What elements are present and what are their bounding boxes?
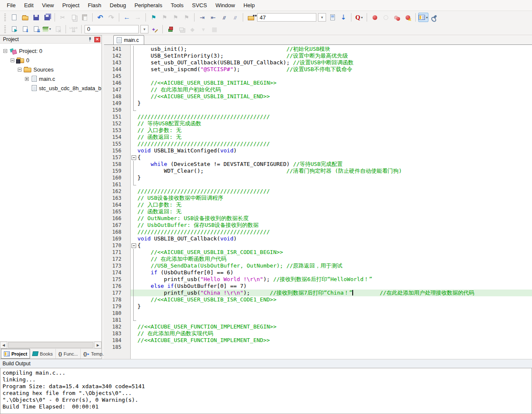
tree-item-stc-usb-cdc-8h-xdata-bl[interactable]: stc_usb_cdc_8h_xdata_bl bbox=[2, 83, 101, 93]
menu-tools[interactable]: Tools bbox=[167, 0, 188, 10]
search-combobox[interactable] bbox=[257, 13, 316, 22]
menu-window[interactable]: Window bbox=[211, 0, 239, 10]
code-line[interactable]: 142 USB_SetIntPriority(3); //设置中断为最高优先级 bbox=[104, 52, 532, 59]
bookmark-toggle-icon[interactable] bbox=[148, 13, 159, 22]
filter-windows-icon[interactable] bbox=[198, 25, 208, 34]
search-input[interactable] bbox=[258, 14, 316, 21]
code-line[interactable]: 148 //<<AICUBE_USER_USBLIB_INITIAL_END>> bbox=[104, 93, 532, 100]
fold-collapse-icon[interactable] bbox=[131, 154, 137, 161]
build-output-console[interactable]: compiling main.c...linking...Program Siz… bbox=[0, 368, 532, 414]
menu-edit[interactable]: Edit bbox=[20, 0, 38, 10]
menu-project[interactable]: Project bbox=[58, 0, 83, 10]
project-panel-hscrollbar[interactable]: ◀ ▶ bbox=[0, 341, 101, 348]
uncomment-selection-icon[interactable] bbox=[230, 13, 240, 22]
build-target-icon[interactable] bbox=[20, 25, 30, 34]
pack-installer-icon[interactable] bbox=[187, 25, 197, 34]
configure-icon[interactable] bbox=[429, 13, 439, 22]
paste-icon[interactable] bbox=[80, 13, 90, 22]
menu-help[interactable]: Help bbox=[239, 0, 259, 10]
code-line[interactable]: 149} bbox=[104, 100, 532, 107]
target-dropdown-icon[interactable]: ▾ bbox=[140, 25, 148, 33]
options-for-target-icon[interactable] bbox=[150, 25, 160, 34]
code-line[interactable]: 154// 函数返回: 无 bbox=[104, 134, 532, 141]
cut-icon[interactable] bbox=[58, 13, 68, 22]
project-windows-icon[interactable] bbox=[176, 25, 186, 34]
fold-collapse-icon[interactable] bbox=[131, 242, 137, 249]
code-line[interactable]: 163// USB设备接收数据中断回调程序 bbox=[104, 195, 532, 201]
open-file-icon[interactable] bbox=[20, 13, 30, 22]
code-line[interactable]: 156void USBLIB_WaitConfiged(void) bbox=[104, 147, 532, 154]
menu-file[interactable]: File bbox=[3, 0, 20, 10]
code-line[interactable]: 146 //<<AICUBE_USER_USBLIB_INITIAL_BEGIN… bbox=[104, 80, 532, 86]
code-line[interactable]: 177 printf_usb("China !\r\n"); //接收到数据7后… bbox=[104, 290, 532, 296]
navigate-back-icon[interactable] bbox=[122, 13, 132, 22]
toolbar-grip[interactable] bbox=[4, 25, 6, 33]
code-line[interactable]: 164// 入口参数: 无 bbox=[104, 201, 532, 208]
coverage-icon[interactable] bbox=[209, 25, 219, 34]
code-line[interactable]: 166// OutNumber: USB设备接收到的数据长度 bbox=[104, 215, 532, 222]
undo-icon[interactable] bbox=[95, 13, 105, 22]
code-line[interactable]: 160} bbox=[104, 174, 532, 181]
bookmark-next-icon[interactable] bbox=[159, 13, 170, 22]
code-line[interactable]: 153// 入口参数: 无 bbox=[104, 127, 532, 134]
code-line[interactable]: 173 //USB_SendData(UsbOutBuffer, OutNumb… bbox=[104, 262, 532, 269]
unindent-icon[interactable] bbox=[208, 13, 218, 22]
code-line[interactable]: 162/////////////////////////////////////… bbox=[104, 188, 532, 195]
rebuild-all-icon[interactable] bbox=[31, 25, 41, 34]
navigate-forward-icon[interactable] bbox=[133, 13, 143, 22]
tree-item-sources[interactable]: Sources bbox=[2, 65, 101, 74]
find-in-files-icon[interactable] bbox=[246, 13, 256, 22]
target-combobox[interactable] bbox=[85, 25, 139, 33]
code-line[interactable]: 181 bbox=[104, 317, 532, 323]
code-line[interactable]: 182//<<AICUBE_USER_FUNCTION_IMPLEMENT_BE… bbox=[104, 323, 532, 330]
code-line[interactable]: 159 WDT_Clear(); //清看门狗定时器 (防止硬件自动使能看门狗) bbox=[104, 168, 532, 174]
menu-peripherals[interactable]: Peripherals bbox=[130, 0, 167, 10]
tree-item-project-0[interactable]: Project: 0 bbox=[2, 46, 101, 55]
code-line[interactable]: 144 set_usb_ispcmd("@STCISP#"); //设置USB不… bbox=[104, 66, 532, 73]
bookmark-clear-icon[interactable] bbox=[181, 13, 192, 22]
toggle-breakpoint-icon[interactable] bbox=[381, 13, 391, 22]
scroll-left-icon[interactable]: ◀ bbox=[0, 342, 7, 348]
menu-view[interactable]: View bbox=[38, 0, 58, 10]
tree-item-main-c[interactable]: main.c bbox=[2, 74, 101, 83]
save-icon[interactable] bbox=[31, 13, 41, 22]
target-input[interactable] bbox=[85, 26, 138, 32]
panel-tab-books[interactable]: Books bbox=[30, 349, 56, 359]
expander-minus-icon[interactable] bbox=[11, 58, 14, 62]
code-line[interactable]: 179} bbox=[104, 303, 532, 310]
code-line[interactable]: 145 bbox=[104, 73, 532, 80]
code-line[interactable]: 174 if (UsbOutBuffer[0] == 6) bbox=[104, 269, 532, 276]
kill-all-breakpoints-icon[interactable] bbox=[403, 13, 413, 22]
scrollbar-thumb[interactable] bbox=[8, 342, 93, 348]
code-line[interactable]: 161 bbox=[104, 181, 532, 188]
code-line[interactable]: 150 bbox=[104, 107, 532, 113]
code-line[interactable]: 183// 在此添加用户函数实现代码 bbox=[104, 330, 532, 337]
insert-breakpoint-icon[interactable] bbox=[370, 13, 380, 22]
code-line[interactable]: 184//<<AICUBE_USER_FUNCTION_IMPLEMENT_EN… bbox=[104, 337, 532, 344]
code-line[interactable]: 168/////////////////////////////////////… bbox=[104, 229, 532, 235]
code-line[interactable]: 151/////////////////////////////////////… bbox=[104, 113, 532, 120]
code-line[interactable]: 172 // 在此添加中断函数用户代码 bbox=[104, 256, 532, 262]
code-line[interactable]: 155/////////////////////////////////////… bbox=[104, 141, 532, 147]
new-file-icon[interactable] bbox=[9, 13, 19, 22]
code-area[interactable]: 141 usb_init(); //初始化USB模块142 USB_SetInt… bbox=[104, 45, 532, 359]
menu-flash[interactable]: Flash bbox=[84, 0, 106, 10]
save-all-icon[interactable] bbox=[42, 13, 52, 22]
code-line[interactable]: 158 while (DeviceState != DEVSTATE_CONFI… bbox=[104, 161, 532, 168]
search-dropdown-icon[interactable]: ▾ bbox=[318, 13, 326, 22]
code-line[interactable]: 141 usb_init(); //初始化USB模块 bbox=[104, 46, 532, 52]
pin-icon[interactable] bbox=[88, 37, 93, 42]
incremental-find-icon[interactable] bbox=[338, 13, 348, 22]
menu-svcs[interactable]: SVCS bbox=[188, 0, 211, 10]
expander-minus-icon[interactable] bbox=[18, 68, 22, 72]
code-line[interactable]: 170{ bbox=[104, 242, 532, 249]
code-line[interactable]: 176 else if(UsbOutBuffer[0] == 7) bbox=[104, 283, 532, 290]
code-line[interactable]: 178 //<<AICUBE_USER_USBLIB_ISR_CODE1_END… bbox=[104, 296, 532, 303]
code-line[interactable]: 147 // 在此添加用户初始化代码 bbox=[104, 86, 532, 93]
code-line[interactable]: 180 bbox=[104, 310, 532, 317]
tab-main-c[interactable]: main.c bbox=[113, 35, 144, 44]
code-line[interactable]: 152// 等待USB配置完成函数 bbox=[104, 120, 532, 127]
expander-plus-icon[interactable] bbox=[25, 77, 29, 81]
comment-selection-icon[interactable] bbox=[219, 13, 229, 22]
batch-build-icon[interactable] bbox=[42, 25, 52, 34]
